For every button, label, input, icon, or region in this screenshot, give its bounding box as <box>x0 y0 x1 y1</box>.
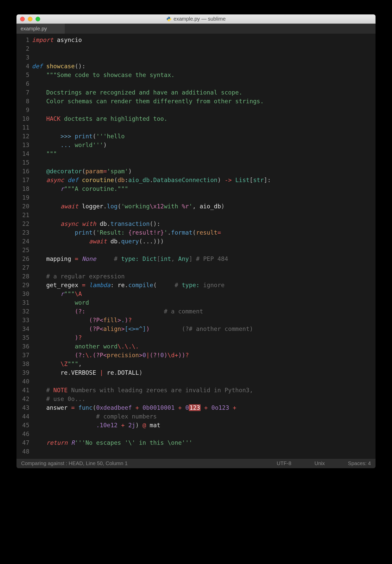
status-line-ending[interactable]: Unix <box>314 460 325 466</box>
code-line[interactable] <box>32 106 376 114</box>
code-line[interactable]: def showcase(): <box>32 62 376 71</box>
line-number: 7 <box>16 88 29 97</box>
line-number: 12 <box>16 132 29 141</box>
line-number: 3 <box>16 53 29 62</box>
code-line[interactable]: (?: # a comment <box>32 307 376 316</box>
line-number: 38 <box>16 360 29 368</box>
line-number: 36 <box>16 342 29 351</box>
line-number: 43 <box>16 403 29 412</box>
code-line[interactable] <box>32 430 376 438</box>
line-number-gutter: 1234567891011121314151617181920212223242… <box>16 34 32 456</box>
code-line[interactable]: """Some code to showcase the syntax. <box>32 71 376 79</box>
line-number: 14 <box>16 149 29 158</box>
line-number: 11 <box>16 123 29 132</box>
code-line[interactable]: )? <box>32 333 376 342</box>
line-number: 48 <box>16 447 29 456</box>
line-number: 45 <box>16 421 29 430</box>
line-number: 41 <box>16 386 29 395</box>
code-line[interactable]: re.VERBOSE | re.DOTALL) <box>32 368 376 377</box>
zoom-icon[interactable] <box>36 17 40 21</box>
line-number: 40 <box>16 377 29 386</box>
code-line[interactable]: >>> print('''hello <box>32 132 376 141</box>
line-number: 13 <box>16 141 29 149</box>
code-line[interactable] <box>32 377 376 386</box>
line-number: 22 <box>16 219 29 228</box>
code-line[interactable]: HACK doctests are highlighted too. <box>32 114 376 123</box>
code-line[interactable] <box>32 246 376 254</box>
line-number: 17 <box>16 176 29 184</box>
code-line[interactable]: .10e12 + 2j) @ mat <box>32 421 376 430</box>
line-number: 25 <box>16 246 29 254</box>
code-line[interactable]: """ <box>32 149 376 158</box>
code-line[interactable] <box>32 263 376 272</box>
window-title-text: example.py — sublime <box>174 16 226 22</box>
close-icon[interactable] <box>20 17 25 21</box>
line-number: 35 <box>16 333 29 342</box>
code-line[interactable]: get_regex = lambda: re.compile( # type: … <box>32 281 376 289</box>
titlebar[interactable]: example.py — sublime <box>16 14 376 24</box>
status-left[interactable]: Comparing against : HEAD, Line 50, Colum… <box>21 460 128 466</box>
line-number: 18 <box>16 184 29 193</box>
code-content[interactable]: import asyncio def showcase(): """Some c… <box>32 34 376 456</box>
code-line[interactable] <box>32 53 376 62</box>
line-number: 19 <box>16 193 29 202</box>
line-number: 5 <box>16 71 29 79</box>
code-line[interactable]: (?P<align>[<>=^]) (?# another comment) <box>32 324 376 333</box>
code-line[interactable]: print('Result: {result!r}'.format(result… <box>32 228 376 237</box>
code-line[interactable]: # a regular expression <box>32 272 376 281</box>
status-indent[interactable]: Spaces: 4 <box>348 460 371 466</box>
code-line[interactable]: r"""\A <box>32 289 376 298</box>
line-number: 47 <box>16 438 29 447</box>
code-line[interactable] <box>32 211 376 219</box>
code-line[interactable] <box>32 123 376 132</box>
code-line[interactable]: # use 0o... <box>32 395 376 403</box>
code-line[interactable]: import asyncio <box>32 36 376 44</box>
window-title: example.py — sublime <box>16 16 376 22</box>
code-line[interactable]: another word\.\.\. <box>32 342 376 351</box>
code-line[interactable]: # NOTE Numbers with leading zeroes are i… <box>32 386 376 395</box>
code-line[interactable]: await db.query(...))) <box>32 237 376 246</box>
line-number: 8 <box>16 97 29 106</box>
code-line[interactable]: async def coroutine(db:aio_db.DatabaseCo… <box>32 176 376 184</box>
line-number: 16 <box>16 167 29 176</box>
line-number: 24 <box>16 237 29 246</box>
code-line[interactable]: \Z""", <box>32 360 376 368</box>
code-line[interactable] <box>32 44 376 53</box>
code-line[interactable]: (?:\.(?P<precision>0|(?!0)\d+))? <box>32 351 376 360</box>
code-line[interactable]: (?P<fill>.)? <box>32 316 376 324</box>
line-number: 6 <box>16 79 29 88</box>
code-line[interactable] <box>32 193 376 202</box>
code-line[interactable] <box>32 79 376 88</box>
line-number: 31 <box>16 298 29 307</box>
line-number: 42 <box>16 395 29 403</box>
code-line[interactable]: Docstrings are recognized and have an ad… <box>32 88 376 97</box>
code-line[interactable]: r"""A coroutine.""" <box>32 184 376 193</box>
minimize-icon[interactable] <box>28 17 32 21</box>
code-line[interactable]: await logger.log('working\x12with %r', a… <box>32 202 376 211</box>
code-line[interactable]: return R'''No escapes '\' in this \one''… <box>32 438 376 447</box>
code-line[interactable]: @decorator(param='spam') <box>32 167 376 176</box>
traffic-lights <box>20 17 40 21</box>
code-line[interactable]: Color schemas can render them differentl… <box>32 97 376 106</box>
code-line[interactable]: answer = func(0xdeadbeef + 0b0010001 + 0… <box>32 403 376 412</box>
line-number: 37 <box>16 351 29 360</box>
line-number: 23 <box>16 228 29 237</box>
line-number: 2 <box>16 44 29 53</box>
editor-area[interactable]: 1234567891011121314151617181920212223242… <box>16 34 376 458</box>
code-line[interactable]: ... world''') <box>32 141 376 149</box>
line-number: 33 <box>16 316 29 324</box>
code-line[interactable]: mapping = None # type: Dict[int, Any] # … <box>32 254 376 263</box>
tab-example-py[interactable]: example.py <box>16 24 65 34</box>
line-number: 26 <box>16 254 29 263</box>
code-line[interactable]: async with db.transaction(): <box>32 219 376 228</box>
editor-window: example.py — sublime example.py 12345678… <box>16 14 376 468</box>
line-number: 39 <box>16 368 29 377</box>
status-bar: Comparing against : HEAD, Line 50, Colum… <box>16 458 376 468</box>
code-line[interactable] <box>32 447 376 456</box>
code-line[interactable]: # complex numbers <box>32 412 376 421</box>
code-line[interactable]: word <box>32 298 376 307</box>
code-line[interactable] <box>32 158 376 167</box>
line-number: 34 <box>16 324 29 333</box>
status-encoding[interactable]: UTF-8 <box>277 460 291 466</box>
line-number: 15 <box>16 158 29 167</box>
